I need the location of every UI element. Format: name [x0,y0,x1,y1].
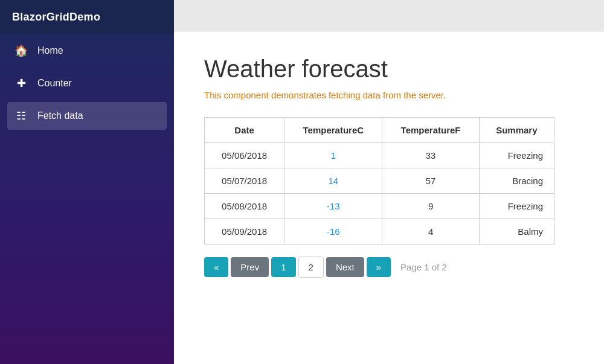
cell-summary: Freezing [479,143,554,168]
pagination: « Prev 1 2 Next » Page 1 of 2 [204,257,574,278]
sidebar: BlazorGridDemo 🏠 Home ✚ Counter ☷ Fetch … [0,0,174,364]
nav-counter-label: Counter [37,78,72,89]
col-date: Date [205,118,284,143]
cell-date: 05/09/2018 [205,219,284,244]
app-title: BlazorGridDemo [0,0,174,34]
prev-page-button[interactable]: Prev [231,257,269,277]
cell-tempf: 57 [382,168,479,194]
nav-fetch-data-label: Fetch data [37,110,83,121]
last-page-button[interactable]: » [367,257,391,277]
cell-date: 05/08/2018 [205,194,284,219]
col-tempf: TemperatureF [382,118,479,143]
plus-icon: ✚ [14,77,28,90]
main-content: Weather forecast This component demonstr… [174,0,604,364]
cell-tempc: 1 [284,143,382,168]
cell-summary: Bracing [479,168,554,194]
nav-home-label: Home [37,45,63,56]
table-row: 05/06/2018 1 33 Freezing [205,143,554,168]
nav-fetch-data[interactable]: ☷ Fetch data [7,102,167,130]
table-row: 05/08/2018 -13 9 Freezing [205,194,554,219]
cell-tempc: -13 [284,194,382,219]
list-icon: ☷ [14,109,28,123]
cell-tempf: 9 [382,194,479,219]
col-summary: Summary [479,118,554,143]
cell-date: 05/06/2018 [205,143,284,168]
table-row: 05/09/2018 -16 4 Balmy [205,219,554,244]
nav-home[interactable]: 🏠 Home [0,34,174,67]
nav-counter[interactable]: ✚ Counter [0,67,174,100]
cell-summary: Freezing [479,194,554,219]
page1-button[interactable]: 1 [271,257,295,277]
subtitle: This component demonstrates fetching dat… [204,90,574,100]
page2-button[interactable]: 2 [298,257,324,278]
cell-tempf: 33 [382,143,479,168]
table-row: 05/07/2018 14 57 Bracing [205,168,554,194]
first-page-button[interactable]: « [204,257,228,277]
home-icon: 🏠 [14,44,28,57]
col-tempc: TemperatureC [284,118,382,143]
cell-date: 05/07/2018 [205,168,284,194]
page-info: Page 1 of 2 [400,262,447,272]
page-title: Weather forecast [204,56,574,83]
next-page-button[interactable]: Next [326,257,364,277]
content-area: Weather forecast This component demonstr… [174,31,604,302]
cell-summary: Balmy [479,219,554,244]
cell-tempc: 14 [284,168,382,194]
weather-table: Date TemperatureC TemperatureF Summary 0… [204,117,554,244]
cell-tempc: -16 [284,219,382,244]
cell-tempf: 4 [382,219,479,244]
topbar [174,0,604,31]
